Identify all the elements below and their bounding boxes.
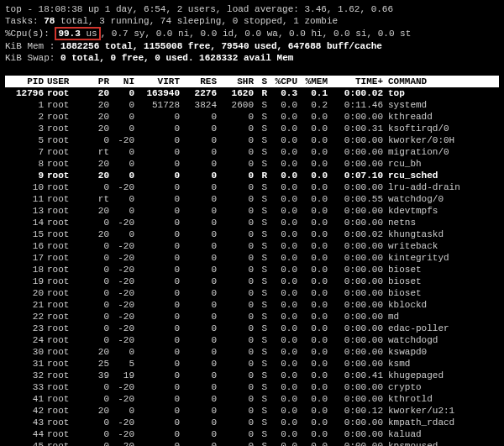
table-row: 8root200000S0.00.00:00.00rcu_bh bbox=[5, 158, 499, 170]
cell-pr: 0 bbox=[82, 240, 109, 252]
cell-mem: 0.0 bbox=[297, 217, 328, 228]
cell-virt: 0 bbox=[134, 370, 180, 381]
swap-avail: 1628332 avail Mem bbox=[199, 53, 293, 63]
cell-virt: 0 bbox=[134, 193, 180, 205]
cell-virt: 0 bbox=[134, 393, 180, 405]
cell-virt: 0 bbox=[134, 381, 180, 393]
table-row: 3root200000S0.00.00:00.31ksoftirqd/0 bbox=[5, 123, 499, 134]
cell-time: 0:00.00 bbox=[328, 252, 383, 264]
cell-pid: 7 bbox=[5, 146, 44, 158]
cpu-us-value: 99.3 bbox=[58, 29, 80, 39]
cell-cpu: 0.0 bbox=[267, 358, 297, 370]
cell-s: S bbox=[254, 111, 267, 123]
cell-pr: 0 bbox=[82, 264, 109, 275]
cell-shr: 0 bbox=[217, 346, 254, 358]
table-row: 30root200000S0.00.00:00.00kswapd0 bbox=[5, 346, 499, 358]
cell-mem: 0.0 bbox=[297, 299, 328, 311]
col-s: S bbox=[254, 76, 267, 87]
table-row: 13root200000S0.00.00:00.00kdevtmpfs bbox=[5, 205, 499, 217]
cell-cmd: top bbox=[383, 87, 405, 99]
cell-ni: -20 bbox=[109, 217, 134, 228]
cell-time: 0:00.00 bbox=[328, 428, 383, 440]
cell-cmd: rcu_sched bbox=[383, 170, 438, 181]
cell-virt: 0 bbox=[134, 123, 180, 134]
cell-user: root bbox=[44, 311, 82, 323]
cell-virt: 0 bbox=[134, 405, 180, 417]
cell-cmd: writeback bbox=[383, 240, 438, 252]
cell-pr: 20 bbox=[82, 123, 109, 134]
cell-time: 0:11.46 bbox=[328, 99, 383, 111]
cell-res: 0 bbox=[180, 370, 217, 381]
cell-res: 0 bbox=[180, 381, 217, 393]
cell-s: S bbox=[254, 217, 267, 228]
cell-cmd: systemd bbox=[383, 99, 427, 111]
cell-ni: -20 bbox=[109, 381, 134, 393]
cell-cmd: netns bbox=[383, 217, 416, 228]
table-row: 16root0-20000S0.00.00:00.00writeback bbox=[5, 240, 499, 252]
cell-pid: 18 bbox=[5, 264, 44, 275]
cell-mem: 0.0 bbox=[297, 228, 328, 240]
cell-ni: 19 bbox=[109, 370, 134, 381]
cell-cpu: 0.0 bbox=[267, 111, 297, 123]
cell-pid: 21 bbox=[5, 299, 44, 311]
table-row: 24root0-20000S0.00.00:00.00watchdogd bbox=[5, 334, 499, 346]
cell-mem: 0.0 bbox=[297, 205, 328, 217]
cell-pr: 20 bbox=[82, 99, 109, 111]
cell-cpu: 0.0 bbox=[267, 217, 297, 228]
cell-pid: 32 bbox=[5, 370, 44, 381]
cell-s: S bbox=[254, 381, 267, 393]
table-row: 20root0-20000S0.00.00:00.00bioset bbox=[5, 287, 499, 299]
cell-s: S bbox=[254, 440, 267, 446]
cell-time: 0:00.00 bbox=[328, 134, 383, 146]
table-row: 19root0-20000S0.00.00:00.00bioset bbox=[5, 275, 499, 287]
cell-mem: 0.0 bbox=[297, 181, 328, 193]
cell-res: 0 bbox=[180, 264, 217, 275]
cell-cpu: 0.0 bbox=[267, 299, 297, 311]
cell-pr: 20 bbox=[82, 228, 109, 240]
cell-res: 0 bbox=[180, 123, 217, 134]
cell-pr: 20 bbox=[82, 87, 109, 99]
cell-cpu: 0.0 bbox=[267, 323, 297, 334]
cell-time: 0:00.00 bbox=[328, 275, 383, 287]
cell-user: root bbox=[44, 193, 82, 205]
cell-s: R bbox=[254, 170, 267, 181]
cell-shr: 0 bbox=[217, 299, 254, 311]
cell-res: 0 bbox=[180, 417, 217, 428]
cell-user: root bbox=[44, 275, 82, 287]
cell-time: 0:00.00 bbox=[328, 181, 383, 193]
cell-shr: 0 bbox=[217, 228, 254, 240]
cell-pid: 1 bbox=[5, 99, 44, 111]
cell-user: root bbox=[44, 287, 82, 299]
cell-user: root bbox=[44, 370, 82, 381]
cell-pid: 20 bbox=[5, 287, 44, 299]
cell-mem: 0.0 bbox=[297, 417, 328, 428]
cell-shr: 0 bbox=[217, 193, 254, 205]
cell-ni: 0 bbox=[109, 346, 134, 358]
cell-time: 0:00.00 bbox=[328, 205, 383, 217]
col-time: TIME+ bbox=[328, 76, 383, 87]
cell-cpu: 0.0 bbox=[267, 264, 297, 275]
col-mem: %MEM bbox=[297, 76, 328, 87]
cell-mem: 0.0 bbox=[297, 123, 328, 134]
cell-cmd: bioset bbox=[383, 275, 422, 287]
cell-res: 0 bbox=[180, 146, 217, 158]
cell-shr: 0 bbox=[217, 181, 254, 193]
cell-time: 0:00.02 bbox=[328, 87, 383, 99]
cell-pid: 2 bbox=[5, 111, 44, 123]
top-terminal[interactable]: top - 18:08:38 up 1 day, 6:54, 2 users, … bbox=[5, 3, 499, 446]
cell-user: root bbox=[44, 134, 82, 146]
cell-ni: -20 bbox=[109, 252, 134, 264]
cell-virt: 0 bbox=[134, 346, 180, 358]
cell-virt: 0 bbox=[134, 440, 180, 446]
cell-mem: 0.1 bbox=[297, 87, 328, 99]
cell-pid: 19 bbox=[5, 275, 44, 287]
cell-user: root bbox=[44, 299, 82, 311]
cell-ni: -20 bbox=[109, 275, 134, 287]
cell-time: 0:00.00 bbox=[328, 146, 383, 158]
cell-virt: 0 bbox=[134, 217, 180, 228]
cell-s: S bbox=[254, 393, 267, 405]
table-row: 12796root20016394022761620R0.30.10:00.02… bbox=[5, 87, 499, 99]
table-row: 31root255000S0.00.00:00.00ksmd bbox=[5, 358, 499, 370]
cell-time: 0:00.00 bbox=[328, 358, 383, 370]
cell-time: 0:00.00 bbox=[328, 311, 383, 323]
